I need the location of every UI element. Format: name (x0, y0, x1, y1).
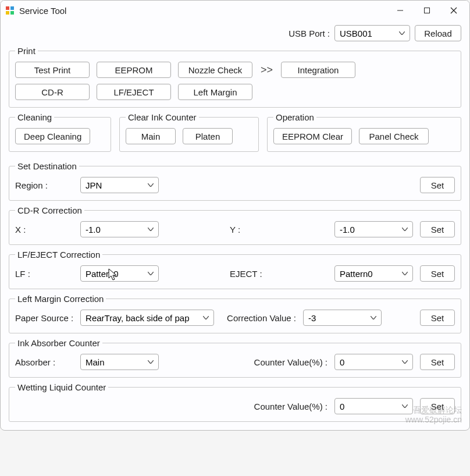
usb-port-select[interactable]: USB001 (334, 25, 410, 41)
ink-counter-select[interactable]: 0 (334, 354, 413, 370)
clear-ink-main-button[interactable]: Main (126, 128, 176, 144)
region-label: Region : (15, 180, 73, 190)
lf-eject-set-button[interactable]: Set (420, 265, 455, 282)
ink-absorber-legend: Ink Absorber Counter (15, 338, 102, 348)
svg-rect-2 (6, 11, 9, 15)
clear-ink-group: Clear Ink Counter Main Platen (119, 112, 259, 152)
maximize-button[interactable] (414, 2, 440, 19)
ink-absorber-group: Ink Absorber Counter Absorber : Main Cou… (9, 338, 461, 378)
eject-select[interactable]: Pattern0 (334, 265, 413, 282)
usb-port-label: USB Port : (289, 29, 330, 38)
lf-select[interactable]: Pattern0 (80, 265, 159, 282)
lf-eject-correction-group: LF/EJECT Correction LF : Pattern0 EJECT … (9, 250, 461, 289)
test-print-button[interactable]: Test Print (15, 62, 90, 78)
correction-value-select[interactable]: -3 (303, 310, 382, 326)
left-margin-correction-group: Left Margin Correction Paper Source : Re… (9, 294, 461, 333)
window-title: Service Tool (19, 6, 66, 16)
cdr-correction-legend: CD-R Correction (15, 205, 84, 215)
cdr-x-label: X : (15, 225, 73, 235)
wetting-set-button[interactable]: Set (420, 398, 455, 414)
left-margin-button[interactable]: Left Margin (178, 84, 252, 100)
eeprom-clear-button[interactable]: EEPROM Clear (273, 128, 352, 144)
wetting-legend: Wetting Liquid Counter (15, 382, 108, 392)
paper-source-select[interactable]: RearTray, back side of pap (80, 310, 214, 326)
cdr-y-label: Y : (230, 225, 247, 235)
lf-eject-button[interactable]: LF/EJECT (97, 84, 171, 100)
paper-source-label: Paper Source : (15, 313, 73, 323)
panel-check-button[interactable]: Panel Check (359, 128, 429, 144)
region-select[interactable]: JPN (80, 177, 159, 193)
reload-button[interactable]: Reload (415, 25, 461, 41)
ink-absorber-set-button[interactable]: Set (420, 354, 455, 370)
left-margin-correction-legend: Left Margin Correction (15, 294, 106, 304)
absorber-label: Absorber : (15, 357, 73, 367)
cleaning-group: Cleaning Deep Cleaning (9, 112, 111, 152)
correction-value-label: Correction Value : (227, 313, 296, 323)
deep-cleaning-button[interactable]: Deep Cleaning (15, 128, 90, 144)
cdr-button[interactable]: CD-R (15, 84, 90, 100)
wetting-group: Wetting Liquid Counter Counter Value(%) … (9, 382, 461, 422)
arrow-separator: >> (259, 64, 274, 76)
set-destination-group: Set Destination Region : JPN Set (9, 161, 461, 201)
cdr-x-select[interactable]: -1.0 (80, 221, 159, 237)
operation-group: Operation EEPROM Clear Panel Check (267, 112, 461, 152)
set-destination-set-button[interactable]: Set (420, 177, 455, 193)
left-margin-set-button[interactable]: Set (420, 310, 455, 326)
lf-label: LF : (15, 269, 73, 279)
print-legend: Print (15, 46, 38, 56)
wetting-counter-select[interactable]: 0 (334, 398, 413, 414)
cdr-y-select[interactable]: -1.0 (334, 221, 413, 237)
app-icon (5, 6, 15, 15)
ink-counter-label: Counter Value(%) : (254, 357, 327, 367)
print-group: Print Test Print EEPROM Nozzle Check >> … (9, 46, 461, 108)
svg-rect-3 (10, 11, 14, 15)
clear-ink-legend: Clear Ink Counter (126, 112, 199, 122)
absorber-select[interactable]: Main (80, 354, 159, 370)
eeprom-button[interactable]: EEPROM (97, 62, 171, 78)
close-button[interactable] (440, 2, 467, 19)
set-destination-legend: Set Destination (15, 161, 79, 171)
svg-rect-0 (6, 6, 9, 10)
cdr-set-button[interactable]: Set (420, 221, 455, 237)
clear-ink-platen-button[interactable]: Platen (183, 128, 233, 144)
nozzle-check-button[interactable]: Nozzle Check (178, 62, 252, 78)
integration-button[interactable]: Integration (281, 62, 355, 78)
svg-rect-5 (425, 8, 430, 13)
wetting-counter-label: Counter Value(%) : (254, 402, 327, 411)
minimize-button[interactable] (387, 2, 414, 19)
client-area: USB Port : USB001 Reload Print Test Prin… (1, 20, 469, 430)
svg-rect-1 (10, 6, 14, 10)
operation-legend: Operation (273, 112, 316, 122)
window: Service Tool USB Port : USB001 Reload Pr… (0, 0, 470, 431)
titlebar: Service Tool (1, 1, 469, 20)
lf-eject-correction-legend: LF/EJECT Correction (15, 250, 102, 260)
eject-label: EJECT : (230, 269, 262, 279)
cleaning-legend: Cleaning (15, 112, 54, 122)
cdr-correction-group: CD-R Correction X : -1.0 Y : -1.0 Set (9, 205, 461, 245)
